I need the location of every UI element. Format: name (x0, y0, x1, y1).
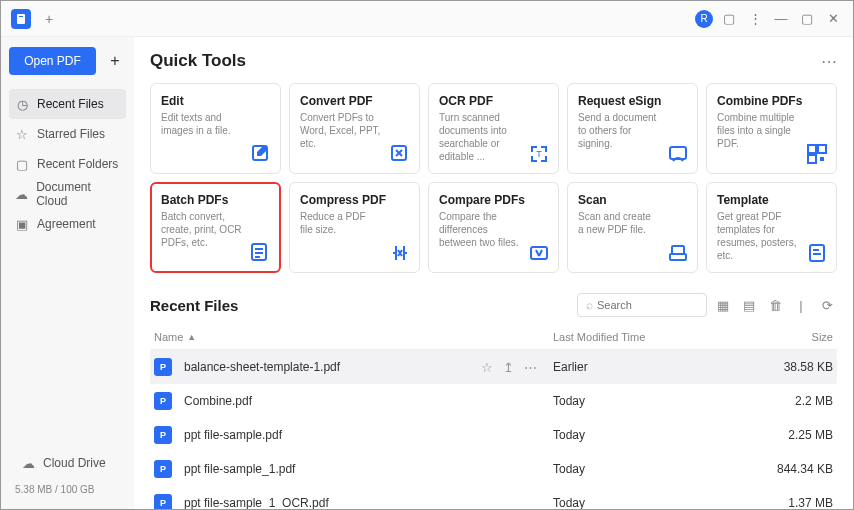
search-input[interactable] (597, 299, 698, 311)
cloud-drive-item[interactable]: ☁ Cloud Drive (15, 448, 120, 478)
message-icon[interactable]: ▢ (719, 9, 739, 29)
new-tab-icon[interactable]: + (45, 11, 53, 27)
tool-card[interactable]: Combine PDFsCombine multiple files into … (706, 83, 837, 174)
svg-rect-18 (813, 249, 819, 251)
search-box[interactable]: ⌕ (577, 293, 707, 317)
file-name: ppt file-sample.pdf (184, 428, 282, 442)
card-title: Combine PDFs (717, 94, 826, 108)
column-size[interactable]: Size (753, 331, 833, 343)
svg-rect-16 (672, 246, 684, 254)
file-name: ppt file-sample_1_OCR.pdf (184, 496, 329, 509)
file-size: 1.37 MB (753, 496, 833, 509)
card-title: Request eSign (578, 94, 687, 108)
home-tab-icon[interactable] (11, 9, 31, 29)
card-title: Compare PDFs (439, 193, 548, 207)
tool-card[interactable]: Batch PDFsBatch convert, create, print, … (150, 182, 281, 273)
minimize-icon[interactable]: — (771, 9, 791, 29)
cloud-drive-label: Cloud Drive (43, 456, 106, 470)
card-title: Batch PDFs (161, 193, 270, 207)
menu-icon[interactable]: ⋮ (745, 9, 765, 29)
tool-card[interactable]: EditEdit texts and images in a file. (150, 83, 281, 174)
svg-rect-19 (813, 253, 821, 255)
card-title: Scan (578, 193, 687, 207)
pdf-file-icon: P (154, 358, 172, 376)
card-desc: Reduce a PDF file size. (300, 210, 409, 236)
file-row[interactable]: Pppt file-sample_1_OCR.pdfToday1.37 MB (150, 486, 837, 509)
card-icon (667, 143, 689, 165)
tool-card[interactable]: Compare PDFsCompare the differences betw… (428, 182, 559, 273)
svg-rect-9 (820, 157, 824, 161)
sidebar-icon: ▢ (15, 157, 29, 172)
card-icon (806, 143, 828, 165)
quick-more-icon[interactable]: ⋯ (821, 52, 837, 71)
sidebar-item[interactable]: ▣Agreement (9, 209, 126, 239)
svg-rect-13 (255, 256, 260, 258)
search-icon: ⌕ (586, 298, 593, 312)
card-icon (667, 242, 689, 264)
tool-card[interactable]: Convert PDFConvert PDFs to Word, Excel, … (289, 83, 420, 174)
file-name: Combine.pdf (184, 394, 252, 408)
card-desc: Edit texts and images in a file. (161, 111, 270, 137)
more-icon[interactable]: ⋯ (524, 360, 537, 375)
maximize-icon[interactable]: ▢ (797, 9, 817, 29)
tool-card[interactable]: ScanScan and create a new PDF file. (567, 182, 698, 273)
tile-view-icon[interactable]: ▤ (739, 295, 759, 315)
sort-arrow-icon: ▲ (187, 332, 196, 342)
sidebar-item[interactable]: ◷Recent Files (9, 89, 126, 119)
card-icon (250, 143, 272, 165)
add-button[interactable]: + (104, 50, 126, 72)
quick-tools-grid: EditEdit texts and images in a file.Conv… (150, 83, 837, 273)
tool-card[interactable]: Request eSignSend a document to others f… (567, 83, 698, 174)
file-row[interactable]: Pbalance-sheet-template-1.pdf☆↥⋯Earlier3… (150, 350, 837, 384)
delete-icon[interactable]: 🗑 (765, 295, 785, 315)
file-time: Today (553, 428, 753, 442)
cloud-icon: ☁ (21, 456, 35, 471)
file-time: Today (553, 394, 753, 408)
column-time[interactable]: Last Modified Time (553, 331, 753, 343)
file-row[interactable]: PCombine.pdfToday2.2 MB (150, 384, 837, 418)
file-size: 2.2 MB (753, 394, 833, 408)
tool-card[interactable]: OCR PDFTurn scanned documents into searc… (428, 83, 559, 174)
card-desc: Scan and create a new PDF file. (578, 210, 687, 236)
upload-icon[interactable]: ↥ (503, 360, 514, 375)
sidebar: Open PDF + ◷Recent Files☆Starred Files▢R… (1, 37, 134, 509)
file-size: 844.34 KB (753, 462, 833, 476)
card-icon (249, 241, 271, 263)
svg-rect-8 (808, 155, 816, 163)
sidebar-item[interactable]: ☁Document Cloud (9, 179, 126, 209)
svg-rect-11 (255, 248, 263, 250)
sidebar-item[interactable]: ▢Recent Folders (9, 149, 126, 179)
card-icon (389, 242, 411, 264)
titlebar: + R ▢ ⋮ — ▢ ✕ (1, 1, 853, 37)
open-pdf-button[interactable]: Open PDF (9, 47, 96, 75)
file-time: Earlier (553, 360, 753, 374)
sidebar-label: Recent Files (37, 97, 104, 111)
svg-rect-7 (818, 145, 826, 153)
divider: | (791, 295, 811, 315)
file-row[interactable]: Pppt file-sample.pdfToday2.25 MB (150, 418, 837, 452)
grid-view-icon[interactable]: ▦ (713, 295, 733, 315)
storage-text: 5.38 MB / 100 GB (15, 484, 120, 495)
card-title: OCR PDF (439, 94, 548, 108)
card-title: Convert PDF (300, 94, 409, 108)
column-name[interactable]: Name ▲ (154, 331, 553, 343)
tool-card[interactable]: Compress PDFReduce a PDF file size. (289, 182, 420, 273)
tool-card[interactable]: TemplateGet great PDF templates for resu… (706, 182, 837, 273)
card-title: Compress PDF (300, 193, 409, 207)
refresh-icon[interactable]: ⟳ (817, 295, 837, 315)
pdf-file-icon: P (154, 494, 172, 509)
close-icon[interactable]: ✕ (823, 9, 843, 29)
file-row[interactable]: Pppt file-sample_1.pdfToday844.34 KB (150, 452, 837, 486)
file-name: ppt file-sample_1.pdf (184, 462, 295, 476)
sidebar-item[interactable]: ☆Starred Files (9, 119, 126, 149)
sidebar-icon: ☆ (15, 127, 29, 142)
pdf-file-icon: P (154, 392, 172, 410)
svg-rect-0 (17, 14, 25, 24)
user-avatar[interactable]: R (695, 10, 713, 28)
recent-files-title: Recent Files (150, 297, 238, 314)
star-icon[interactable]: ☆ (481, 360, 493, 375)
card-icon (806, 242, 828, 264)
card-title: Template (717, 193, 826, 207)
card-title: Edit (161, 94, 270, 108)
file-name: balance-sheet-template-1.pdf (184, 360, 340, 374)
